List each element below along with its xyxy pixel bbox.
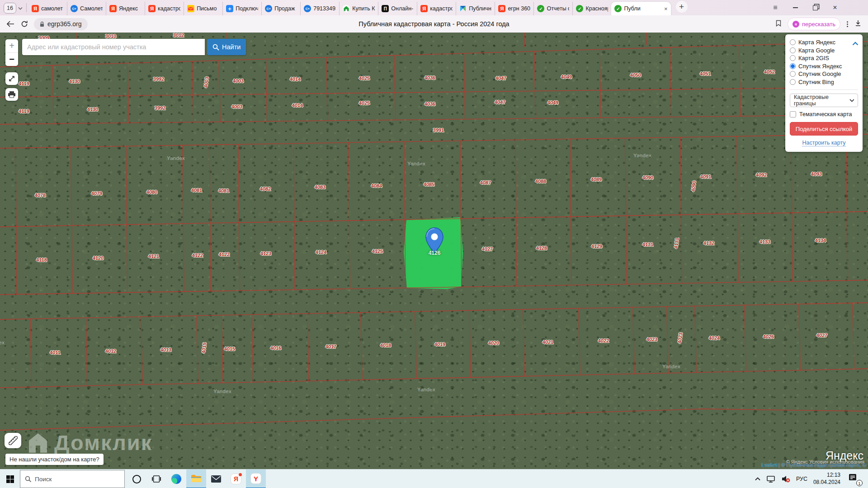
url-field[interactable]: egrp365.org xyxy=(34,18,88,30)
tab-label: 79133493 xyxy=(313,5,336,12)
collapse-panel-button[interactable] xyxy=(852,39,859,47)
minimize-icon xyxy=(793,7,798,8)
network-icon[interactable] xyxy=(767,476,775,483)
layer-option-карта-яндекс[interactable]: Карта Яндекс xyxy=(790,38,858,47)
tab-label: Продаж xyxy=(274,5,297,12)
tab-close-icon[interactable]: × xyxy=(664,5,668,12)
print-button[interactable] xyxy=(5,88,18,101)
checkbox xyxy=(790,111,796,117)
zoom-out-button[interactable]: − xyxy=(5,53,18,66)
contact-plus-favicon: C+ xyxy=(304,5,311,12)
tab-label: Самолет xyxy=(80,5,103,12)
minimize-button[interactable] xyxy=(791,4,799,12)
maximize-icon xyxy=(813,5,818,10)
speaker-muted-icon xyxy=(781,475,790,483)
taskbar-yandex-y-button[interactable]: Y xyxy=(246,469,266,488)
measure-button[interactable] xyxy=(5,433,21,448)
cadastral-boundaries-layer xyxy=(0,33,868,469)
close-button[interactable]: × xyxy=(831,4,839,12)
taskbar-task-view-button[interactable] xyxy=(146,469,166,488)
volume-muted-icon[interactable] xyxy=(781,475,790,483)
tab-label: Краснояр xyxy=(585,5,608,12)
radio-button xyxy=(790,39,796,45)
hidden-icons-button[interactable] xyxy=(755,477,761,481)
start-button[interactable] xyxy=(0,469,20,488)
plus-favicon: + xyxy=(226,5,233,12)
cortana-icon xyxy=(132,475,141,483)
boundaries-dropdown[interactable]: Кадастровые границы xyxy=(790,94,858,107)
screen: 16 ЯсамолетC+СамолетЯЯндексЯкадастроПись… xyxy=(0,0,868,488)
menu-button[interactable]: ≡ xyxy=(771,4,779,12)
reload-button[interactable] xyxy=(21,20,28,28)
page-title: Публичная кадастровая карта - Россия 202… xyxy=(359,20,509,28)
chevron-down-icon xyxy=(849,99,854,102)
downloads-button[interactable] xyxy=(854,19,862,28)
browser-tab-bar: 16 ЯсамолетC+СамолетЯЯндексЯкадастроПись… xyxy=(0,0,868,15)
browser-tab-5[interactable]: Письмо xyxy=(184,2,222,15)
browser-tab-1[interactable]: Ясамолет xyxy=(28,2,67,15)
zoom-in-button[interactable]: + xyxy=(5,39,18,53)
browser-tab-2[interactable]: C+Самолет xyxy=(67,2,106,15)
browser-tab-6[interactable]: +Подключ xyxy=(222,2,261,15)
browser-tab-16[interactable]: ✓Публи× xyxy=(611,2,671,15)
browser-tab-4[interactable]: Якадастро xyxy=(145,2,184,15)
browser-tab-14[interactable]: ✓Отчеты о xyxy=(533,2,572,15)
cadastral-map-favicon xyxy=(459,5,467,12)
browser-tab-8[interactable]: C+79133493 xyxy=(300,2,339,15)
layer-option-спутник-bing[interactable]: Спутник Bing xyxy=(790,78,858,86)
browser-tab-12[interactable]: Публичн xyxy=(456,2,495,15)
tab-counter[interactable]: 16 xyxy=(4,3,23,14)
divider xyxy=(26,3,27,12)
browser-tab-15[interactable]: ✓Краснояр xyxy=(572,2,611,15)
layer-option-label: Карта Google xyxy=(798,47,835,54)
language-indicator[interactable]: РУС xyxy=(796,476,807,482)
browser-tab-11[interactable]: Якадастро xyxy=(417,2,456,15)
taskbar-search[interactable]: Поиск xyxy=(20,470,125,488)
maximize-button[interactable] xyxy=(811,4,819,12)
layer-option-карта-2gis[interactable]: Карта 2GIS xyxy=(790,54,858,62)
yandex-favicon: Я xyxy=(498,5,505,12)
cadastral-map-canvas[interactable]: 3009301030124119413039924003400340144025… xyxy=(0,33,868,469)
layer-option-спутник-google[interactable]: Спутник Google xyxy=(790,70,858,78)
taskbar-mail-button[interactable] xyxy=(206,469,226,488)
taskbar-file-explorer-button[interactable] xyxy=(186,469,206,488)
layer-option-карта-google[interactable]: Карта Google xyxy=(790,47,858,55)
retell-label: пересказать xyxy=(802,21,835,28)
browser-tab-3[interactable]: ЯЯндекс xyxy=(106,2,145,15)
taskbar-cortana-button[interactable] xyxy=(127,469,146,488)
green-check-favicon: ✓ xyxy=(614,5,622,12)
layer-option-спутник-яндекс[interactable]: Спутник Яндекс xyxy=(790,62,858,70)
green-check-favicon: ✓ xyxy=(576,5,583,12)
taskbar-clock[interactable]: 12:13 08.04.2024 xyxy=(813,472,840,486)
browser-tab-13[interactable]: Яегрн 360 xyxy=(495,2,533,15)
share-link-button[interactable]: Поделиться ссылкой xyxy=(790,122,858,136)
fullscreen-button[interactable] xyxy=(5,72,18,85)
retell-button[interactable]: « пересказать xyxy=(788,18,840,30)
browser-tab-9[interactable]: Купить К xyxy=(339,2,378,15)
yandex-favicon: Я xyxy=(420,5,428,12)
new-tab-button[interactable]: + xyxy=(676,1,688,13)
find-button-label: Найти xyxy=(222,43,241,51)
taskbar-yandex-browser-button[interactable]: Я xyxy=(226,469,246,488)
browser-tab-7[interactable]: C+Продаж xyxy=(261,2,300,15)
search-input[interactable] xyxy=(22,39,205,55)
find-button[interactable]: Найти xyxy=(207,39,246,55)
tab-label: самолет xyxy=(41,5,64,12)
taskbar-app-icons: ЯY xyxy=(127,469,266,488)
notification-center-button[interactable]: 1 xyxy=(848,473,862,485)
yandex-y-icon: Y xyxy=(251,474,261,483)
layer-option-label: Спутник Bing xyxy=(798,79,834,85)
browser-more-menu-button[interactable] xyxy=(847,21,848,27)
back-arrow-icon xyxy=(6,21,14,27)
bookmark-button[interactable] xyxy=(776,20,781,28)
download-icon xyxy=(854,19,862,27)
back-button[interactable] xyxy=(6,21,14,27)
browser-tab-10[interactable]: ПОнлайн- xyxy=(378,2,417,15)
taskbar-edge-button[interactable] xyxy=(166,469,186,488)
thematic-map-checkbox[interactable]: Тематическая карта xyxy=(790,111,858,117)
not-found-pill[interactable]: Не нашли участок/дом на карте? xyxy=(5,454,104,465)
tabs-strip: ЯсамолетC+СамолетЯЯндексЯкадастроПисьмо+… xyxy=(28,0,671,15)
tab-counter-value: 16 xyxy=(4,3,16,14)
configure-map-link[interactable]: Настроить карту xyxy=(802,140,845,146)
leaflet-link[interactable]: Leaflet xyxy=(761,462,777,468)
